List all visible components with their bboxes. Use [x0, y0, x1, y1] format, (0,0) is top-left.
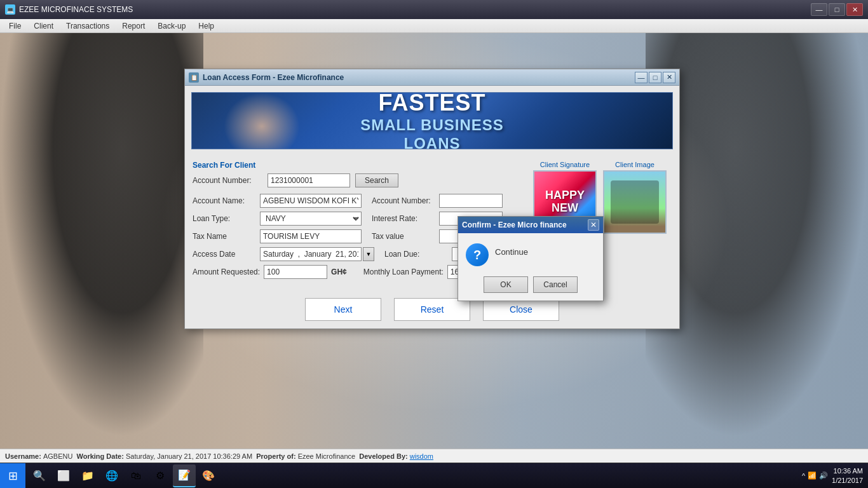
search-section-title: Search For Client	[193, 161, 526, 170]
status-bar: Username: AGBENU Working Date: Saturday,…	[0, 449, 868, 463]
systray-network: 📶	[808, 471, 817, 480]
working-date-label: Working Date:	[77, 452, 124, 460]
loan-due-label: Loan Due:	[384, 250, 448, 259]
taskbar-app-icon[interactable]: 📝	[173, 464, 196, 487]
currency1: GH¢	[331, 268, 347, 276]
confirm-close-button[interactable]: ✕	[588, 219, 599, 231]
amount-requested-input[interactable]	[264, 265, 327, 279]
app-icon: 💻	[5, 4, 15, 15]
working-date-value: Saturday, January 21, 2017 10:36:29 AM	[126, 452, 252, 460]
menu-file[interactable]: File	[3, 20, 27, 32]
client-photo	[604, 172, 665, 233]
app-title-bar: 💻 EZEE MICROFINACE SYSTEMS — □ ✕	[0, 0, 868, 19]
menu-client[interactable]: Client	[27, 20, 60, 32]
taskbar-search-icon[interactable]: 🔍	[28, 464, 51, 487]
taskbar-browser-icon[interactable]: 🌐	[100, 464, 123, 487]
interest-rate-label: Interest Rate:	[372, 214, 435, 223]
loan-type-select[interactable]: NAVY	[260, 212, 362, 226]
menu-backup[interactable]: Back-up	[151, 20, 192, 32]
dialog-controls: — □ ✕	[635, 72, 675, 83]
client-signature-label: Client Signature	[533, 161, 597, 168]
clock-date: 1/21/2017	[832, 476, 863, 485]
dialog-close[interactable]: ✕	[663, 72, 675, 83]
search-row: Account Number: Search	[193, 173, 526, 187]
client-image-box: Client Image	[603, 161, 667, 234]
tax-name-label: Tax Name	[193, 232, 256, 241]
banner-line1: FASTEST	[360, 92, 504, 116]
systray: ^ 📶 🔊	[802, 471, 828, 480]
taskbar-taskview-icon[interactable]: ⬜	[52, 464, 75, 487]
banner-line3: LOANS	[360, 135, 504, 149]
tax-name-input[interactable]	[260, 229, 362, 243]
banner-person	[224, 93, 300, 149]
confirm-dialog: Confirm - Ezee Micro finance ✕ ? Continu…	[458, 216, 604, 301]
systray-volume[interactable]: 🔊	[819, 471, 828, 480]
date-picker: ▼	[260, 247, 374, 261]
username-label: Username:	[5, 452, 41, 460]
date-dropdown-button[interactable]: ▼	[363, 247, 374, 261]
maximize-button[interactable]: □	[829, 3, 845, 16]
taskbar-settings-icon[interactable]: ⚙	[149, 464, 172, 487]
next-button[interactable]: Next	[305, 298, 381, 321]
developed-by-link[interactable]: wisdom	[410, 452, 433, 460]
search-section: Search For Client Account Number: Search	[193, 161, 526, 187]
account-name-label: Account Name:	[193, 196, 256, 205]
taskbar-right: ^ 📶 🔊 10:36 AM 1/21/2017	[802, 466, 868, 485]
menu-bar: File Client Transactions Report Back-up …	[0, 19, 868, 33]
reset-button[interactable]: Reset	[394, 298, 470, 321]
menu-help[interactable]: Help	[192, 20, 220, 32]
sig-text: HAPPYNEW	[545, 189, 585, 215]
dialog-minimize[interactable]: —	[635, 72, 648, 83]
loan-dialog: 📋 Loan Access Form - Ezee Microfinance —…	[184, 69, 680, 329]
account-number2-label: Account Number:	[372, 196, 435, 205]
banner: FASTEST SMALL BUSINESS LOANS	[191, 92, 673, 149]
confirm-buttons: OK Cancel	[458, 274, 603, 301]
search-button[interactable]: Search	[355, 173, 398, 187]
tax-value-label: Tax value	[372, 232, 435, 241]
confirm-ok-button[interactable]: OK	[484, 276, 528, 293]
taskbar-files-icon[interactable]: 📁	[76, 464, 99, 487]
account-number-label: Account Number:	[193, 176, 262, 185]
title-controls: — □ ✕	[811, 3, 863, 16]
account-name-row: Account Name: Account Number:	[193, 194, 526, 208]
access-date-input[interactable]	[260, 247, 362, 261]
amount-requested-label: Amount Requested:	[193, 268, 260, 276]
confirm-cancel-button[interactable]: Cancel	[533, 276, 578, 293]
dialog-title-bar: 📋 Loan Access Form - Ezee Microfinance —…	[185, 69, 679, 86]
account-number2-input[interactable]	[439, 194, 503, 208]
dialog-maximize[interactable]: □	[649, 72, 661, 83]
menu-transactions[interactable]: Transactions	[60, 20, 116, 32]
close-button[interactable]: ✕	[846, 3, 863, 16]
loan-type-select-wrapper: NAVY	[260, 212, 362, 226]
taskbar-store-icon[interactable]: 🛍	[125, 464, 147, 487]
client-photo-frame	[603, 170, 667, 234]
close-dialog-button[interactable]: Close	[483, 298, 559, 321]
bottom-buttons: Next Reset Close	[185, 288, 679, 329]
account-name-input[interactable]	[260, 194, 362, 208]
banner-text: FASTEST SMALL BUSINESS LOANS	[360, 92, 504, 149]
taskbar-icons: 🔍 ⬜ 📁 🌐 🛍 ⚙ 📝 🎨	[25, 464, 222, 487]
systray-expand[interactable]: ^	[802, 472, 805, 480]
property-of-value: Ezee Microfinance	[298, 452, 356, 460]
confirm-title: Confirm - Ezee Micro finance	[462, 220, 588, 229]
clock-time: 10:36 AM	[832, 466, 863, 475]
taskbar-extra-icon[interactable]: 🎨	[197, 464, 220, 487]
taskbar: ⊞ 🔍 ⬜ 📁 🌐 🛍 ⚙ 📝 🎨 ^ 📶 🔊 10:36 AM 1/21/20…	[0, 463, 868, 488]
start-button[interactable]: ⊞	[0, 463, 25, 489]
confirm-message: Continue	[495, 243, 528, 257]
minimize-button[interactable]: —	[811, 3, 827, 16]
menu-report[interactable]: Report	[116, 20, 151, 32]
client-image-label: Client Image	[603, 161, 667, 168]
dialog-icon: 📋	[189, 72, 199, 83]
dialog-title: Loan Access Form - Ezee Microfinance	[203, 73, 635, 82]
confirm-body: ? Continue	[458, 233, 603, 274]
confirm-title-bar: Confirm - Ezee Micro finance ✕	[458, 217, 603, 233]
banner-line2: SMALL BUSINESS	[360, 116, 504, 135]
username-value: AGBENU	[43, 452, 72, 460]
loan-type-label: Loan Type:	[193, 214, 256, 223]
clock[interactable]: 10:36 AM 1/21/2017	[832, 466, 863, 485]
developed-by-label: Developed By:	[359, 452, 407, 460]
search-account-number-input[interactable]	[268, 173, 350, 187]
property-of-label: Property of:	[256, 452, 295, 460]
confirm-icon: ?	[466, 243, 489, 266]
